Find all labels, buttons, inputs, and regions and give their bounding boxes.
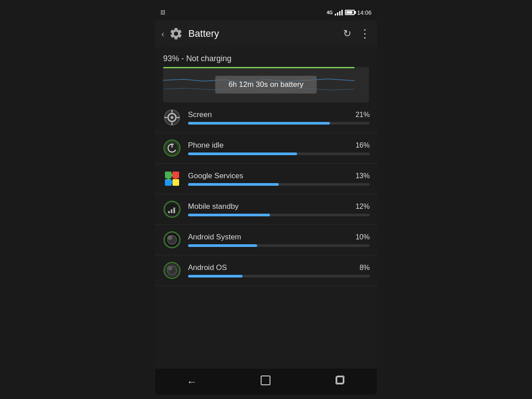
nav-bar: ← — [155, 368, 377, 395]
phone-idle-item-details: Phone idle 16% — [188, 141, 370, 155]
screen-icon — [162, 108, 182, 127]
battery-item-android-os[interactable]: Android OS 8% — [155, 255, 377, 286]
status-bar-left: 🖼 — [160, 10, 165, 15]
phone-frame: 🖼 4G 14:06 ‹ Battery ↻ ⋮ — [155, 4, 377, 395]
notification-icon: 🖼 — [160, 10, 165, 15]
google-services-item-details: Google Services 13% — [188, 172, 370, 186]
mobile-standby-icon — [162, 200, 182, 219]
svg-rect-16 — [172, 179, 179, 186]
svg-rect-35 — [261, 376, 270, 385]
nav-home-button[interactable] — [249, 370, 282, 393]
battery-item-google-services[interactable]: Google Services 13% — [155, 164, 377, 194]
nav-back-button[interactable]: ← — [176, 371, 208, 392]
google-services-item-name: Google Services — [188, 172, 243, 180]
signal-bar-2 — [337, 12, 338, 16]
phone-idle-icon — [162, 138, 182, 158]
screen-item-percent: 21% — [356, 111, 370, 119]
android-system-icon — [162, 230, 182, 250]
android-system-item-percent: 10% — [356, 233, 370, 241]
mobile-standby-item-percent: 12% — [356, 203, 370, 211]
content-area: 93% - Not charging 6h 12m 30s on battery — [155, 47, 377, 368]
google-services-item-percent: 13% — [356, 172, 370, 180]
svg-point-19 — [170, 181, 173, 184]
network-badge: 4G — [327, 10, 332, 15]
battery-item-phone-idle[interactable]: Phone idle 16% — [155, 133, 377, 164]
screen-item-bar-fill — [188, 122, 330, 125]
mobile-standby-item-bar-fill — [188, 214, 270, 216]
signal-bar-3 — [339, 11, 340, 16]
battery-item-screen[interactable]: Screen 21% — [155, 102, 377, 133]
svg-rect-24 — [171, 209, 172, 213]
svg-point-8 — [171, 116, 173, 119]
android-os-item-bar-bg — [188, 275, 370, 278]
back-button[interactable]: ‹ — [161, 29, 164, 39]
status-bar-right: 4G 14:06 — [327, 9, 372, 16]
android-os-item-name: Android OS — [188, 263, 227, 272]
mobile-standby-item-header: Mobile standby 12% — [188, 202, 370, 211]
app-bar: ‹ Battery ↻ ⋮ — [155, 20, 377, 47]
nav-recents-button[interactable] — [323, 370, 356, 393]
phone-idle-item-name: Phone idle — [188, 141, 223, 150]
android-os-icon — [162, 261, 182, 280]
android-system-item-details: Android System 10% — [188, 233, 370, 247]
screen-item-bar-bg — [188, 122, 370, 125]
google-services-item-header: Google Services 13% — [188, 172, 370, 180]
phone-idle-item-header: Phone idle 16% — [188, 141, 370, 150]
svg-point-20 — [167, 178, 170, 180]
android-system-item-name: Android System — [188, 233, 241, 242]
battery-status-text: 93% - Not charging — [163, 54, 369, 63]
phone-idle-item-percent: 16% — [356, 141, 370, 149]
android-system-item-header: Android System 10% — [188, 233, 370, 242]
google-services-item-bar-fill — [188, 183, 279, 186]
battery-status-section: 93% - Not charging 6h 12m 30s on battery — [155, 47, 377, 102]
battery-graph[interactable]: 6h 12m 30s on battery — [163, 67, 369, 102]
svg-rect-25 — [173, 207, 175, 213]
settings-gear-icon — [168, 26, 184, 42]
android-system-item-bar-fill — [188, 244, 257, 247]
android-os-item-header: Android OS 8% — [188, 263, 370, 272]
refresh-button[interactable]: ↻ — [343, 28, 351, 39]
status-bar: 🖼 4G 14:06 — [155, 4, 377, 20]
android-os-item-details: Android OS 8% — [188, 263, 370, 278]
screen-item-name: Screen — [188, 110, 212, 119]
battery-list: Screen 21% — [155, 102, 377, 286]
android-os-item-percent: 8% — [360, 264, 370, 272]
mobile-standby-item-bar-bg — [188, 214, 370, 216]
signal-bar-1 — [335, 14, 336, 16]
svg-rect-23 — [168, 211, 170, 213]
battery-item-android-system[interactable]: Android System 10% — [155, 225, 377, 255]
mobile-standby-item-name: Mobile standby — [188, 202, 239, 211]
battery-fill — [346, 11, 352, 14]
svg-rect-1 — [163, 67, 355, 68]
page-title: Battery — [188, 28, 343, 39]
mobile-standby-item-details: Mobile standby 12% — [188, 202, 370, 216]
battery-item-mobile-standby[interactable]: Mobile standby 12% — [155, 194, 377, 225]
battery-status-icon — [345, 10, 355, 15]
app-bar-actions: ↻ ⋮ — [343, 27, 371, 41]
google-services-icon — [162, 169, 182, 188]
phone-idle-item-bar-bg — [188, 153, 370, 155]
android-os-item-bar-fill — [188, 275, 243, 278]
phone-idle-item-bar-fill — [188, 153, 297, 155]
battery-time-label: 6h 12m 30s on battery — [215, 76, 317, 94]
screen-item-header: Screen 21% — [188, 110, 370, 119]
google-services-item-bar-bg — [188, 183, 370, 186]
signal-bar-4 — [341, 10, 343, 16]
status-time: 14:06 — [357, 9, 372, 16]
signal-bars — [335, 9, 343, 16]
screen-item-details: Screen 21% — [188, 110, 370, 125]
svg-point-17 — [170, 174, 173, 176]
more-options-button[interactable]: ⋮ — [359, 27, 371, 41]
android-system-item-bar-bg — [188, 244, 370, 247]
svg-point-18 — [174, 177, 177, 180]
